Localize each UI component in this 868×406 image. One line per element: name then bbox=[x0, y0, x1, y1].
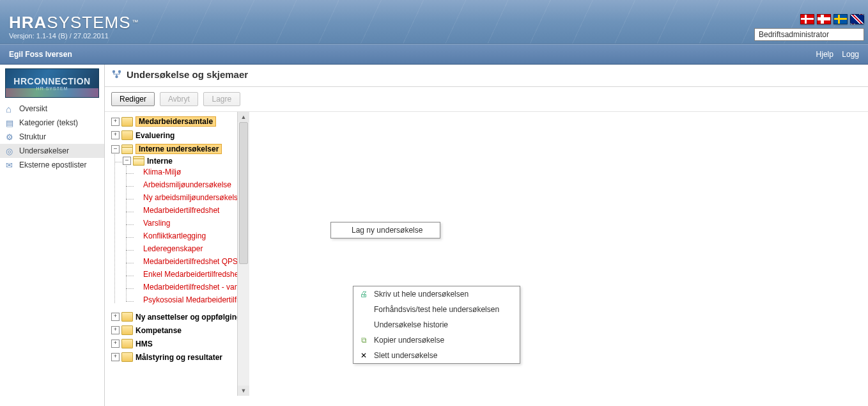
nav-categories[interactable]: Kategorier (tekst) bbox=[0, 116, 104, 130]
svg-point-2 bbox=[115, 75, 118, 78]
tree-node[interactable]: +Målstyring og resultater bbox=[111, 350, 249, 364]
tree-node[interactable]: – Interne Klima-Miljø Arbeidsmiljøunders… bbox=[123, 154, 249, 308]
nav-structure[interactable]: Struktur bbox=[0, 130, 104, 144]
leaf-label[interactable]: Konfliktkartlegging bbox=[143, 231, 206, 240]
ctx-label: Undersøkelse historie bbox=[374, 320, 448, 329]
scroll-down-icon[interactable]: ▼ bbox=[238, 386, 249, 396]
tree-leaf[interactable]: Medarbeidertilfredshet - variant bbox=[134, 281, 249, 293]
leaf-label[interactable]: Klima-Miljø bbox=[143, 168, 181, 176]
ctx-label: Forhåndsvis/test hele undersøkelsen bbox=[374, 305, 499, 314]
collapse-icon[interactable]: – bbox=[111, 145, 120, 153]
flag-norway-icon[interactable] bbox=[817, 14, 831, 24]
nav-overview[interactable]: Oversikt bbox=[0, 102, 104, 116]
expand-icon[interactable]: + bbox=[111, 326, 120, 334]
tree-label[interactable]: Målstyring og resultater bbox=[136, 353, 222, 362]
tree-node[interactable]: – Interne undersøkelser – Interne bbox=[111, 142, 249, 310]
tree-leaf[interactable]: Ny arbeidsmiljøundersøkelse bbox=[134, 191, 249, 204]
save-button: Lagre bbox=[203, 92, 240, 106]
expand-icon[interactable]: + bbox=[111, 131, 120, 139]
collapse-icon[interactable]: – bbox=[123, 157, 131, 165]
flag-denmark-icon[interactable] bbox=[800, 14, 814, 24]
brand-tm: ™ bbox=[132, 19, 139, 26]
ctx-new-survey[interactable]: Lag ny undersøkelse bbox=[331, 223, 440, 238]
ctx-history-survey[interactable]: Undersøkelse historie bbox=[353, 317, 520, 332]
scroll-thumb[interactable] bbox=[239, 122, 248, 264]
tree-leaf[interactable]: Lederegenskaper bbox=[134, 242, 249, 255]
tree-label[interactable]: Evaluering bbox=[136, 131, 174, 140]
tree-node[interactable]: +Ny ansettelser og oppfølging bbox=[111, 310, 249, 324]
tree-label[interactable]: Interne undersøkelser bbox=[136, 144, 222, 154]
leaf-label[interactable]: Medarbeidertilfredshet - variant bbox=[143, 283, 249, 292]
nav-label: Kategorier (tekst) bbox=[19, 118, 78, 127]
leaf-label[interactable]: Medarbeidertilfredshet QPSNordic bbox=[143, 257, 249, 266]
blank-icon bbox=[359, 304, 369, 315]
ctx-label: Lag ny undersøkelse bbox=[352, 226, 422, 235]
tree-leaf[interactable]: Medarbeidertilfredshet QPSNordic bbox=[134, 255, 249, 268]
ctx-copy-survey[interactable]: ⧉ Kopier undersøkelse bbox=[353, 332, 520, 348]
hrconnection-banner[interactable]: HRCONNECTION HR SYSTEM bbox=[5, 68, 99, 98]
folder-open-icon bbox=[133, 156, 144, 166]
brand-bold: HRA bbox=[9, 13, 47, 32]
context-menu-folder: Lag ny undersøkelse bbox=[330, 222, 440, 238]
leaf-label[interactable]: Psykososial Medarbeidertilfredshet bbox=[143, 295, 249, 304]
flag-sweden-icon[interactable] bbox=[833, 14, 848, 24]
tree-leaf[interactable]: Psykososial Medarbeidertilfredshet bbox=[134, 293, 249, 306]
folder-icon bbox=[121, 339, 133, 348]
categories-icon bbox=[6, 118, 16, 128]
leaf-label[interactable]: Medarbeidertilfredshet bbox=[143, 206, 219, 215]
leaf-label[interactable]: Lederegenskaper bbox=[143, 244, 203, 253]
tree-leaf[interactable]: Konfliktkartlegging bbox=[134, 230, 249, 242]
tree-label[interactable]: Kompetanse bbox=[136, 326, 182, 335]
ctx-print-survey[interactable]: 🖨 Skriv ut hele undersøkelsen bbox=[353, 286, 520, 302]
folder-icon bbox=[121, 130, 133, 140]
log-link[interactable]: Logg bbox=[842, 50, 859, 59]
svg-point-1 bbox=[118, 70, 121, 73]
home-icon bbox=[6, 104, 16, 114]
tree-leaf[interactable]: Klima-Miljø bbox=[134, 166, 249, 178]
tree-scrollbar[interactable]: ▲ ▼ bbox=[237, 112, 249, 396]
expand-icon[interactable]: + bbox=[111, 118, 120, 126]
current-user: Egil Foss Iversen bbox=[9, 50, 72, 59]
hrconnection-title: HRCONNECTION bbox=[13, 76, 90, 86]
tree-label[interactable]: Ny ansettelser og oppfølging bbox=[136, 313, 241, 322]
nav-label: Eksterne epostlister bbox=[19, 160, 86, 169]
ctx-label: Kopier undersøkelse bbox=[374, 336, 444, 345]
cancel-button: Avbryt bbox=[160, 92, 198, 106]
nav-label: Struktur bbox=[19, 132, 46, 141]
leaf-label[interactable]: Ny arbeidsmiljøundersøkelse bbox=[143, 193, 242, 202]
help-link[interactable]: Hjelp bbox=[816, 50, 833, 59]
nav-maillists[interactable]: Eksterne epostlister bbox=[0, 158, 104, 172]
tree-leaf[interactable]: Varsling bbox=[134, 217, 249, 230]
tree-label[interactable]: Medarbeidersamtale bbox=[136, 116, 216, 127]
tree-node[interactable]: +Kompetanse bbox=[111, 324, 249, 337]
page-title-icon bbox=[111, 68, 123, 80]
tree-label[interactable]: HMS bbox=[136, 340, 153, 348]
tree-node[interactable]: + Medarbeidersamtale bbox=[111, 114, 249, 129]
expand-icon[interactable]: + bbox=[111, 340, 120, 348]
edit-button[interactable]: Rediger bbox=[111, 92, 155, 106]
ctx-delete-survey[interactable]: ✕ Slett undersøkelse bbox=[353, 348, 520, 363]
tree-node[interactable]: + Evaluering bbox=[111, 129, 249, 142]
folder-icon bbox=[121, 117, 133, 127]
flag-uk-icon[interactable] bbox=[850, 14, 864, 24]
leaf-label[interactable]: Arbeidsmiljøundersøkelse bbox=[143, 180, 231, 189]
tree-label[interactable]: Interne bbox=[147, 157, 173, 166]
tree-leaf[interactable]: Arbeidsmiljøundersøkelse bbox=[134, 178, 249, 191]
leaf-label[interactable]: Varsling bbox=[143, 219, 170, 228]
folder-icon bbox=[121, 325, 133, 335]
scroll-up-icon[interactable]: ▲ bbox=[238, 112, 249, 122]
ctx-preview-survey[interactable]: Forhåndsvis/test hele undersøkelsen bbox=[353, 302, 520, 317]
tree-leaf[interactable]: Enkel Medarbeidertilfredshet bbox=[134, 268, 249, 281]
leaf-label[interactable]: Enkel Medarbeidertilfredshet bbox=[143, 270, 241, 279]
nav-surveys[interactable]: Undersøkelser bbox=[0, 144, 104, 158]
tree-node[interactable]: +HMS bbox=[111, 337, 249, 350]
role-select[interactable]: Bedriftsadministrator bbox=[754, 28, 864, 41]
survey-icon bbox=[6, 146, 16, 156]
language-flags bbox=[800, 14, 864, 24]
tree-panel: + Medarbeidersamtale + Evaluering – bbox=[111, 112, 249, 396]
tree-leaf[interactable]: Medarbeidertilfredshet bbox=[134, 204, 249, 217]
expand-icon[interactable]: + bbox=[111, 313, 120, 321]
sidebar: HRCONNECTION HR SYSTEM Oversikt Kategori… bbox=[0, 65, 105, 406]
expand-icon[interactable]: + bbox=[111, 353, 120, 361]
nav-label: Oversikt bbox=[19, 104, 47, 113]
